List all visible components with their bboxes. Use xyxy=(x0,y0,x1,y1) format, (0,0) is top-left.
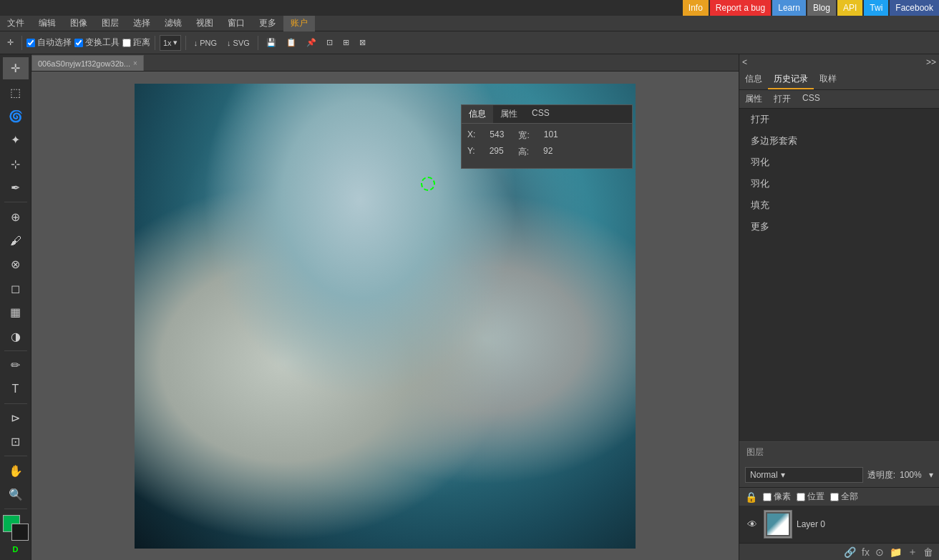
right-tab-history[interactable]: 历史记录 xyxy=(768,70,814,89)
fx-icon[interactable]: fx xyxy=(862,546,870,558)
blend-mode-dropdown[interactable]: Normal xyxy=(745,467,863,483)
left-arrow-btn[interactable]: < xyxy=(742,57,747,67)
hand-tool[interactable]: ✋ xyxy=(3,459,29,481)
menu-layer[interactable]: 图层 xyxy=(94,16,126,31)
layers-header: 图层 xyxy=(739,442,939,463)
width-value: 101 xyxy=(544,129,558,142)
zoom-dropdown[interactable]: 1x xyxy=(160,35,181,51)
layer-item[interactable]: 👁 Layer 0 xyxy=(739,506,939,543)
brush-tool[interactable]: 🖌 xyxy=(3,230,29,252)
nav-report-bug[interactable]: Report a bug xyxy=(710,0,771,16)
lock-pixel-checkbox[interactable]: 像素 xyxy=(763,491,791,503)
menu-filter[interactable]: 滤镜 xyxy=(157,16,189,31)
nav-twitter[interactable]: Twi xyxy=(864,0,888,16)
nav-info[interactable]: Info xyxy=(683,0,709,16)
mask-icon[interactable]: ⊙ xyxy=(875,546,884,558)
menu-account[interactable]: 账户 xyxy=(283,16,315,31)
main-layout: ✛ ⬚ 🌀 ✦ ⊹ ✒ ⊕ 🖌 ⊗ ◻ ▦ ◑ ✏ T ⊳ ⊡ ✋ 🔍 D 00… xyxy=(0,54,939,560)
paste-btn[interactable]: 📌 xyxy=(303,34,320,51)
group-icon[interactable]: 📁 xyxy=(890,546,902,558)
zoom-value: 1x xyxy=(163,39,172,47)
menu-feather-item-2[interactable]: 羽化 xyxy=(739,173,939,195)
crop-btn[interactable]: ⊠ xyxy=(356,34,369,51)
shape-tool[interactable]: ⊡ xyxy=(3,431,29,453)
heal-tool[interactable]: ⊕ xyxy=(3,205,29,227)
menu-more[interactable]: 更多 xyxy=(252,16,283,31)
y-value: 295 xyxy=(490,146,504,158)
crop-tool[interactable]: ⊹ xyxy=(3,153,29,175)
lock-position-input[interactable] xyxy=(797,493,805,501)
lock-position-checkbox[interactable]: 位置 xyxy=(797,491,824,503)
menu-window[interactable]: 窗口 xyxy=(220,16,252,31)
layers-section: 图层 Normal 透明度: 100% 🔒 像素 位置 xyxy=(739,441,939,543)
eraser-tool[interactable]: ◻ xyxy=(3,277,29,300)
layer-visibility-toggle[interactable]: 👁 xyxy=(745,517,759,531)
nav-facebook[interactable]: Facebook xyxy=(890,0,939,16)
eyedropper-tool[interactable]: ✒ xyxy=(3,177,29,199)
menu-edit[interactable]: 编辑 xyxy=(31,16,63,31)
autoselect-checkbox[interactable]: 自动选择 xyxy=(26,36,72,49)
menu-view[interactable]: 视图 xyxy=(189,16,220,31)
menu-file[interactable]: 文件 xyxy=(0,16,31,31)
gradient-tool[interactable]: ▦ xyxy=(3,301,29,323)
info-panel: 信息 属性 CSS X: 543 宽: 101 Y: 295 高: 92 xyxy=(461,104,633,169)
distance-checkbox[interactable]: 距离 xyxy=(122,36,150,49)
png-download-btn[interactable]: ↓ PNG xyxy=(190,34,220,51)
canvas-tab[interactable]: 006aS0nyjw1f32gow32b... × xyxy=(31,55,144,71)
toolbar: ✛ 自动选择 变换工具 距离 1x ↓ PNG ↓ SVG 💾 📋 📌 ⊡ ⊞ … xyxy=(0,31,939,54)
info-tab-css[interactable]: CSS xyxy=(525,105,557,123)
marquee-tool[interactable]: ⬚ xyxy=(3,81,29,103)
right-side-tab-css[interactable]: CSS xyxy=(797,90,826,108)
menu-open-item[interactable]: 打开 xyxy=(739,109,939,130)
transform-checkbox-input[interactable] xyxy=(74,39,83,47)
move-tool[interactable]: ✛ xyxy=(3,57,29,79)
right-side-tab-attr[interactable]: 属性 xyxy=(739,90,768,108)
distance-checkbox-input[interactable] xyxy=(122,39,131,47)
save-btn[interactable]: 💾 xyxy=(263,34,280,51)
canvas-tab-close-btn[interactable]: × xyxy=(133,59,137,67)
menu-polygon-lasso-item[interactable]: 多边形套索 xyxy=(739,130,939,152)
menu-fill-item[interactable]: 填充 xyxy=(739,195,939,216)
new-layer-icon[interactable]: ＋ xyxy=(908,546,918,559)
autoselect-checkbox-input[interactable] xyxy=(26,39,35,47)
color-swatches[interactable] xyxy=(3,515,29,540)
menu-image[interactable]: 图像 xyxy=(63,16,94,31)
delete-layer-icon[interactable]: 🗑 xyxy=(923,546,933,558)
transform-checkbox[interactable]: 变换工具 xyxy=(74,36,120,49)
lock-all-checkbox[interactable]: 全部 xyxy=(830,491,858,503)
align-btn[interactable]: ⊡ xyxy=(323,34,336,51)
nav-blog[interactable]: Blog xyxy=(807,0,836,16)
nav-api[interactable]: API xyxy=(837,0,862,16)
right-tab-sample[interactable]: 取样 xyxy=(814,70,842,89)
lasso-tool[interactable]: 🌀 xyxy=(3,105,29,127)
clone-tool[interactable]: ⊗ xyxy=(3,253,29,275)
right-arrow-btn[interactable]: >> xyxy=(926,57,936,67)
move-tool-btn[interactable]: ✛ xyxy=(4,34,17,51)
right-panel-nav: < >> xyxy=(739,54,939,70)
blend-chevron-icon xyxy=(781,470,785,480)
svg-download-btn[interactable]: ↓ SVG xyxy=(223,34,253,51)
dodge-tool[interactable]: ◑ xyxy=(3,325,29,347)
lock-all-input[interactable] xyxy=(830,493,839,501)
menu-more-item[interactable]: 更多 xyxy=(739,216,939,237)
pen-tool[interactable]: ✏ xyxy=(3,354,29,376)
lock-pixel-input[interactable] xyxy=(763,493,772,501)
path-select-tool[interactable]: ⊳ xyxy=(3,407,29,429)
info-tab-info[interactable]: 信息 xyxy=(462,105,493,123)
width-label: 宽: xyxy=(518,129,529,142)
copy-btn[interactable]: 📋 xyxy=(283,34,300,51)
right-tab-info[interactable]: 信息 xyxy=(739,70,768,89)
background-color[interactable] xyxy=(11,524,29,541)
menu-select[interactable]: 选择 xyxy=(126,16,157,31)
layer-thumb-border xyxy=(764,511,792,538)
nav-learn[interactable]: Learn xyxy=(772,0,806,16)
resize-btn[interactable]: ⊞ xyxy=(339,34,353,51)
info-tab-properties[interactable]: 属性 xyxy=(493,105,525,123)
link-icon[interactable]: 🔗 xyxy=(844,546,856,558)
right-side-tab-open[interactable]: 打开 xyxy=(768,90,797,108)
menu-feather-item-1[interactable]: 羽化 xyxy=(739,152,939,173)
quick-mask-btn[interactable]: D xyxy=(3,542,29,558)
magic-wand-tool[interactable]: ✦ xyxy=(3,129,29,151)
text-tool[interactable]: T xyxy=(3,378,29,400)
zoom-tool[interactable]: 🔍 xyxy=(3,483,29,506)
